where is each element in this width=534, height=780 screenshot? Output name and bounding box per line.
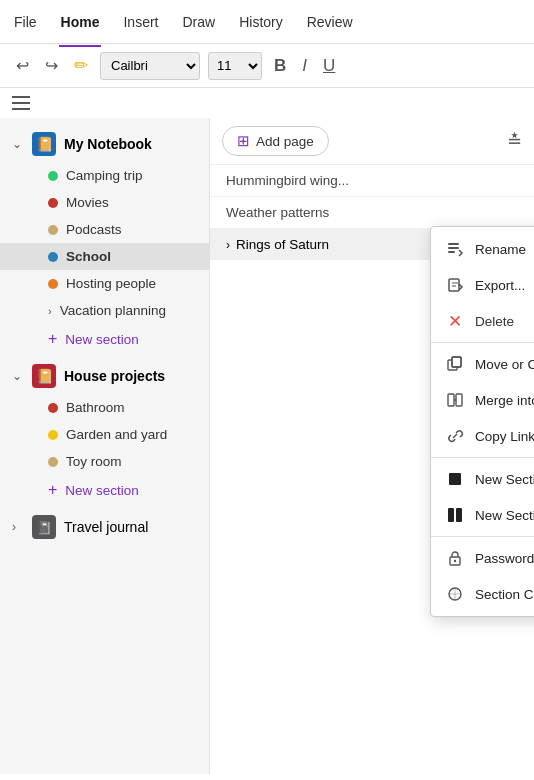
notebook-icon-my-notebook: 📔	[32, 132, 56, 156]
svg-rect-2	[448, 251, 455, 253]
copy-link-icon	[445, 426, 465, 446]
section-color-dot	[48, 279, 58, 289]
italic-button[interactable]: I	[298, 54, 311, 78]
add-page-button[interactable]: ⊞ Add page	[222, 126, 329, 156]
underline-button[interactable]: U	[319, 54, 339, 78]
svg-rect-9	[449, 473, 461, 485]
section-color-dot	[48, 198, 58, 208]
font-size-select[interactable]: 11	[208, 52, 262, 80]
hamburger-row	[0, 88, 534, 118]
svg-rect-11	[456, 508, 462, 522]
new-section-group-icon	[445, 505, 465, 525]
highlighter-button[interactable]: ✏	[70, 53, 92, 78]
travel-journal-label: Travel journal	[64, 519, 148, 535]
plus-icon: +	[48, 481, 57, 499]
toolbar: ↩ ↪ ✏ Cailbri 11 B I U	[0, 44, 534, 88]
section-color-dot	[48, 430, 58, 440]
new-section-my-notebook[interactable]: + New section	[0, 324, 209, 354]
ctx-move-copy[interactable]: Move or Copy...	[431, 346, 534, 382]
new-section-house-projects[interactable]: + New section	[0, 475, 209, 505]
separator-3	[431, 536, 534, 537]
sort-icon[interactable]: ≛	[507, 130, 522, 152]
notebook-house-projects: ⌄ 📔 House projects Bathroom Garden and y…	[0, 358, 209, 505]
svg-rect-1	[448, 247, 459, 249]
svg-point-13	[454, 560, 456, 562]
export-icon	[445, 275, 465, 295]
notebook-icon-house-projects: 📔	[32, 364, 56, 388]
section-movies[interactable]: Movies	[0, 189, 209, 216]
new-section-icon	[445, 469, 465, 489]
section-vacation[interactable]: › Vacation planning	[0, 297, 209, 324]
content-area: ⊞ Add page ≛ Hummingbird wing... Weather…	[210, 118, 534, 774]
bold-button[interactable]: B	[270, 54, 290, 78]
plus-icon: +	[48, 330, 57, 348]
ctx-copy-link[interactable]: Copy Link to Section	[431, 418, 534, 454]
section-bathroom[interactable]: Bathroom	[0, 394, 209, 421]
add-page-row: ⊞ Add page ≛	[210, 118, 534, 165]
menu-file[interactable]: File	[12, 10, 39, 34]
menu-review[interactable]: Review	[305, 10, 355, 34]
rings-chevron-icon: ›	[226, 238, 230, 252]
menu-home[interactable]: Home	[59, 10, 102, 34]
svg-rect-3	[449, 279, 459, 291]
menu-bar: File Home Insert Draw History Review	[0, 0, 534, 44]
travel-icon: 📓	[32, 515, 56, 539]
ctx-delete[interactable]: ✕ Delete	[431, 303, 534, 339]
ctx-section-color[interactable]: Section Color ›	[431, 576, 534, 612]
page-hummingbird[interactable]: Hummingbird wing...	[210, 165, 534, 197]
ctx-export[interactable]: Export...	[431, 267, 534, 303]
chevron-down-icon: ⌄	[12, 369, 24, 383]
merge-icon	[445, 390, 465, 410]
notebook-title-house-projects: House projects	[64, 368, 165, 384]
main-layout: ⌄ 📔 My Notebook Camping trip Movies Podc…	[0, 118, 534, 774]
section-camping[interactable]: Camping trip	[0, 162, 209, 189]
travel-journal-item[interactable]: › 📓 Travel journal	[0, 509, 209, 545]
menu-draw[interactable]: Draw	[180, 10, 217, 34]
notebook-header-house-projects[interactable]: ⌄ 📔 House projects	[0, 358, 209, 394]
context-menu: Rename Export... ✕ Delete Move or Copy..…	[430, 226, 534, 617]
password-icon	[445, 548, 465, 568]
svg-rect-5	[452, 357, 461, 367]
notebook-title-my-notebook: My Notebook	[64, 136, 152, 152]
hamburger-icon[interactable]	[12, 96, 30, 110]
rename-icon	[445, 239, 465, 259]
notebook-my-notebook: ⌄ 📔 My Notebook Camping trip Movies Podc…	[0, 126, 209, 354]
section-garden[interactable]: Garden and yard	[0, 421, 209, 448]
ctx-new-section-group[interactable]: New Section Group	[431, 497, 534, 533]
font-family-select[interactable]: Cailbri	[100, 52, 200, 80]
ctx-new-section[interactable]: New Section	[431, 461, 534, 497]
section-chevron-icon: ›	[48, 305, 52, 317]
section-color-icon	[445, 584, 465, 604]
ctx-merge[interactable]: Merge into Another Section...	[431, 382, 534, 418]
section-color-dot	[48, 252, 58, 262]
section-color-dot	[48, 171, 58, 181]
notebook-header-my-notebook[interactable]: ⌄ 📔 My Notebook	[0, 126, 209, 162]
svg-rect-8	[456, 394, 462, 406]
menu-history[interactable]: History	[237, 10, 285, 34]
menu-insert[interactable]: Insert	[121, 10, 160, 34]
redo-button[interactable]: ↪	[41, 54, 62, 77]
section-color-dot	[48, 457, 58, 467]
svg-rect-10	[448, 508, 454, 522]
separator-2	[431, 457, 534, 458]
svg-rect-0	[448, 243, 459, 245]
section-color-dot	[48, 403, 58, 413]
sidebar: ⌄ 📔 My Notebook Camping trip Movies Podc…	[0, 118, 210, 774]
ctx-password[interactable]: Password Protect This Section	[431, 540, 534, 576]
add-page-icon: ⊞	[237, 132, 250, 150]
section-podcasts[interactable]: Podcasts	[0, 216, 209, 243]
section-color-dot	[48, 225, 58, 235]
section-hosting[interactable]: Hosting people	[0, 270, 209, 297]
page-weather[interactable]: Weather patterns	[210, 197, 534, 229]
section-toyroom[interactable]: Toy room	[0, 448, 209, 475]
chevron-right-icon: ›	[12, 520, 24, 534]
separator-1	[431, 342, 534, 343]
move-copy-icon	[445, 354, 465, 374]
chevron-down-icon: ⌄	[12, 137, 24, 151]
svg-rect-7	[448, 394, 454, 406]
section-school[interactable]: School	[0, 243, 209, 270]
delete-icon: ✕	[445, 311, 465, 331]
ctx-rename[interactable]: Rename	[431, 231, 534, 267]
undo-button[interactable]: ↩	[12, 54, 33, 77]
